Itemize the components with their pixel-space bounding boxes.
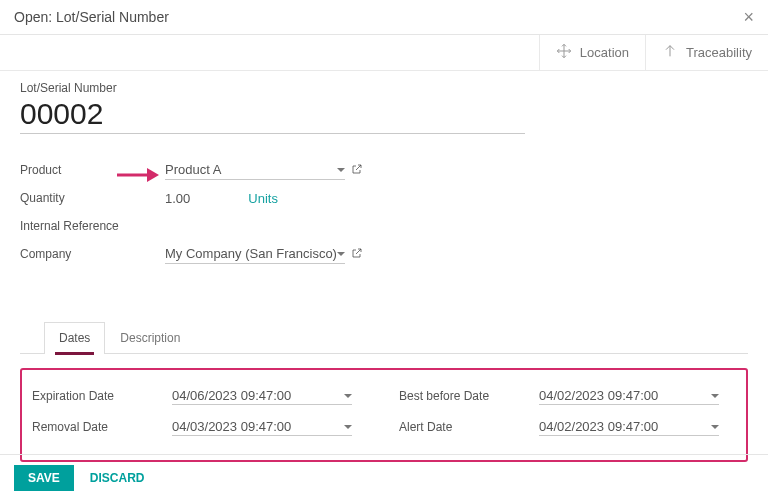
removal-date-input[interactable]: 04/03/2023 09:47:00 xyxy=(172,418,352,436)
expiration-date-value: 04/06/2023 09:47:00 xyxy=(172,388,291,403)
action-bar: Location Traceability xyxy=(0,35,768,71)
lot-number-label: Lot/Serial Number xyxy=(20,81,748,95)
dates-left-col: Expiration Date 04/06/2023 09:47:00 Remo… xyxy=(32,384,369,446)
tab-dates[interactable]: Dates xyxy=(44,322,105,354)
expiration-date-input[interactable]: 04/06/2023 09:47:00 xyxy=(172,387,352,405)
traceability-label: Traceability xyxy=(686,45,752,60)
modal-title: Open: Lot/Serial Number xyxy=(14,9,169,25)
content-area: Lot/Serial Number 00002 Product Product … xyxy=(0,71,768,462)
removal-date-value: 04/03/2023 09:47:00 xyxy=(172,419,291,434)
save-button[interactable]: SAVE xyxy=(14,465,74,491)
chevron-down-icon xyxy=(344,425,352,429)
product-value: Product A xyxy=(165,162,221,177)
internal-ref-row: Internal Reference xyxy=(20,214,748,238)
annotation-arrow-icon xyxy=(117,166,159,187)
quantity-row: Quantity 1.00 Units xyxy=(20,186,748,210)
dates-right-col: Best before Date 04/02/2023 09:47:00 Ale… xyxy=(399,384,736,446)
quantity-label: Quantity xyxy=(20,191,165,205)
chevron-down-icon xyxy=(344,394,352,398)
chevron-down-icon xyxy=(711,425,719,429)
arrow-up-icon xyxy=(662,43,678,62)
best-before-input[interactable]: 04/02/2023 09:47:00 xyxy=(539,387,719,405)
move-icon xyxy=(556,43,572,62)
internal-reference-label: Internal Reference xyxy=(20,219,165,233)
product-select[interactable]: Product A xyxy=(165,160,345,180)
close-icon[interactable]: × xyxy=(743,8,754,26)
chevron-down-icon xyxy=(337,252,345,256)
units-link[interactable]: Units xyxy=(248,191,278,206)
best-before-label: Best before Date xyxy=(399,389,539,403)
tab-description-label: Description xyxy=(120,331,180,345)
expiration-date-label: Expiration Date xyxy=(32,389,172,403)
company-input-group: My Company (San Francisco) xyxy=(165,244,363,264)
chevron-down-icon xyxy=(337,168,345,172)
external-link-icon[interactable] xyxy=(351,163,363,178)
company-row: Company My Company (San Francisco) xyxy=(20,242,748,266)
chevron-down-icon xyxy=(711,394,719,398)
footer: SAVE DISCARD xyxy=(0,454,768,501)
quantity-value: 1.00 xyxy=(165,191,190,206)
location-label: Location xyxy=(580,45,629,60)
svg-marker-1 xyxy=(147,168,159,182)
tab-dates-label: Dates xyxy=(59,331,90,345)
removal-date-label: Removal Date xyxy=(32,420,172,434)
traceability-button[interactable]: Traceability xyxy=(645,35,768,70)
company-label: Company xyxy=(20,247,165,261)
external-link-icon[interactable] xyxy=(351,247,363,262)
modal-header: Open: Lot/Serial Number × xyxy=(0,0,768,35)
alert-date-label: Alert Date xyxy=(399,420,539,434)
tab-description[interactable]: Description xyxy=(105,322,195,353)
lot-number-value[interactable]: 00002 xyxy=(20,97,525,134)
best-before-value: 04/02/2023 09:47:00 xyxy=(539,388,658,403)
discard-button[interactable]: DISCARD xyxy=(90,471,145,485)
company-value: My Company (San Francisco) xyxy=(165,246,337,261)
dates-panel: Expiration Date 04/06/2023 09:47:00 Remo… xyxy=(20,368,748,462)
alert-date-value: 04/02/2023 09:47:00 xyxy=(539,419,658,434)
company-select[interactable]: My Company (San Francisco) xyxy=(165,244,345,264)
location-button[interactable]: Location xyxy=(539,35,645,70)
product-input-group: Product A xyxy=(165,160,363,180)
tabs: Dates Description xyxy=(20,322,748,354)
alert-date-input[interactable]: 04/02/2023 09:47:00 xyxy=(539,418,719,436)
